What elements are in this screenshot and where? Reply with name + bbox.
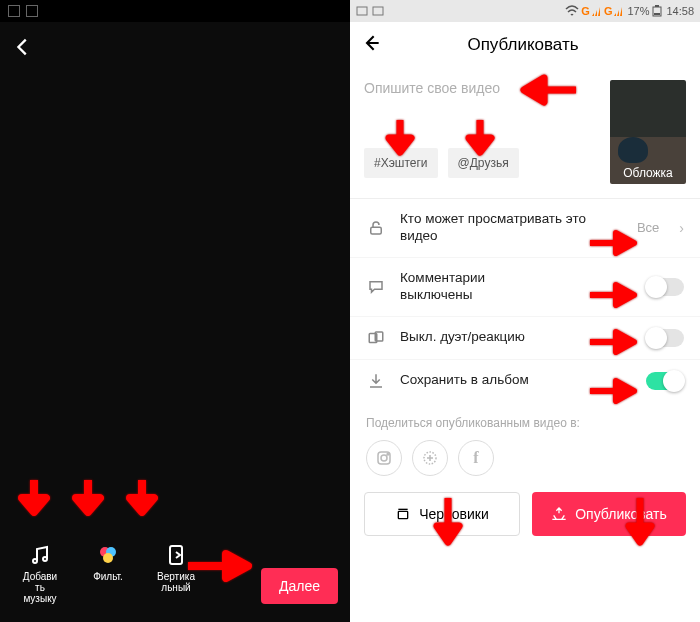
duet-label: Выкл. дуэт/реакцию xyxy=(400,329,632,346)
status-glyph-2 xyxy=(26,5,38,17)
duet-toggle[interactable] xyxy=(646,329,684,347)
vertical-label: Вертика льный xyxy=(157,571,195,593)
right-header: Опубликовать xyxy=(350,22,700,68)
add-music-label: Добави ть музыку xyxy=(23,571,57,604)
share-more[interactable] xyxy=(412,440,448,476)
description-field[interactable]: Опишите свое видео xyxy=(364,80,600,136)
svg-point-4 xyxy=(103,553,113,563)
image-icon xyxy=(372,5,384,17)
hashtag-chip[interactable]: #Хэштеги xyxy=(364,148,438,178)
mail-icon xyxy=(356,5,368,17)
save-label: Сохранить в альбом xyxy=(400,372,632,389)
svg-point-16 xyxy=(387,453,389,455)
share-facebook[interactable]: f xyxy=(458,440,494,476)
duet-icon xyxy=(366,329,386,347)
svg-rect-11 xyxy=(371,227,382,234)
comments-toggle[interactable] xyxy=(646,278,684,296)
friends-chip[interactable]: @Друзья xyxy=(448,148,519,178)
music-icon xyxy=(28,543,52,567)
add-music-tool[interactable]: Добави ть музыку xyxy=(12,543,68,604)
share-instagram[interactable] xyxy=(366,440,402,476)
publish-button[interactable]: Опубликовать xyxy=(532,492,686,536)
battery-icon xyxy=(652,5,662,17)
back-button-left[interactable] xyxy=(12,36,34,64)
vertical-icon xyxy=(164,543,188,567)
signal2-icon xyxy=(614,6,624,16)
privacy-value: Все xyxy=(637,220,659,235)
filters-tool[interactable]: Фильт. xyxy=(80,543,136,604)
page-title: Опубликовать xyxy=(358,35,688,55)
vertical-tool[interactable]: Вертика льный xyxy=(148,543,204,604)
drafts-label: Черновики xyxy=(419,506,489,522)
signal1-icon xyxy=(592,6,602,16)
status-glyph-1 xyxy=(8,5,20,17)
svg-point-1 xyxy=(43,557,47,561)
svg-rect-10 xyxy=(654,13,660,15)
svg-rect-7 xyxy=(373,7,383,15)
left-status-bar xyxy=(0,0,350,22)
chevron-right-icon: › xyxy=(679,220,684,236)
cover-label: Обложка xyxy=(610,166,686,180)
svg-rect-6 xyxy=(357,7,367,15)
drafts-icon xyxy=(395,506,411,522)
clock: 14:58 xyxy=(666,5,694,17)
svg-point-0 xyxy=(33,559,37,563)
drafts-button[interactable]: Черновики xyxy=(364,492,520,536)
sim1-g: G xyxy=(581,5,590,17)
save-row[interactable]: Сохранить в альбом xyxy=(350,360,700,402)
comment-icon xyxy=(366,278,386,296)
svg-rect-9 xyxy=(655,5,659,7)
filters-label: Фильт. xyxy=(93,571,123,582)
svg-point-15 xyxy=(381,455,387,461)
download-icon xyxy=(366,372,386,390)
cover-thumbnail[interactable]: Обложка xyxy=(610,80,686,184)
privacy-row[interactable]: Кто может просматривать это видео Все › xyxy=(350,199,700,258)
privacy-label: Кто может просматривать это видео xyxy=(400,211,623,245)
wifi-icon xyxy=(565,5,579,17)
next-button[interactable]: Далее xyxy=(261,568,338,604)
duet-row[interactable]: Выкл. дуэт/реакцию xyxy=(350,317,700,360)
battery-pct: 17% xyxy=(627,5,649,17)
comments-label: Комментарии выключены xyxy=(400,270,632,304)
share-label: Поделиться опубликованным видео в: xyxy=(366,416,684,430)
right-status-bar: G G 17% 14:58 xyxy=(350,0,700,22)
lock-open-icon xyxy=(366,219,386,237)
filters-icon xyxy=(96,543,120,567)
publish-label: Опубликовать xyxy=(575,506,667,522)
save-toggle[interactable] xyxy=(646,372,684,390)
svg-rect-18 xyxy=(399,511,408,518)
sim2-g: G xyxy=(604,5,613,17)
publish-icon xyxy=(551,506,567,522)
comments-row[interactable]: Комментарии выключены xyxy=(350,258,700,317)
